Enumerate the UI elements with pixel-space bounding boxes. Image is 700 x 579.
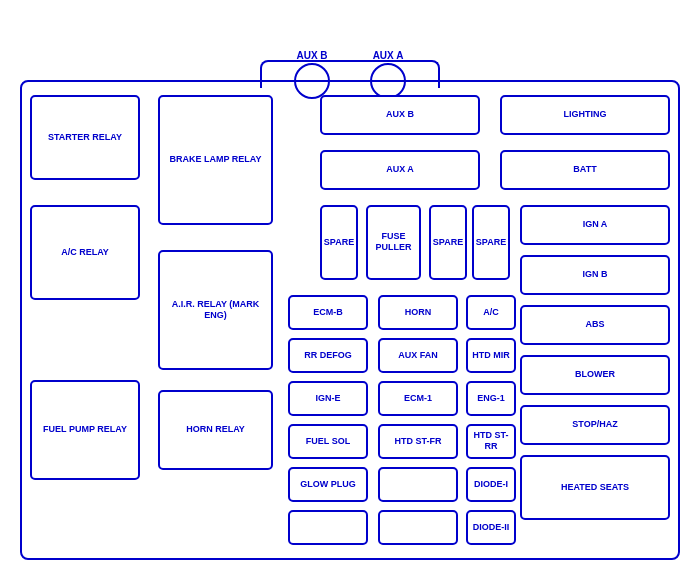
spare2-cell: SPARE xyxy=(429,205,467,280)
abs-cell: ABS xyxy=(520,305,670,345)
fuse-puller-cell: FUSE PULLER xyxy=(366,205,421,280)
diode-i-cell: DIODE-I xyxy=(466,467,516,502)
connector-aux-b-label: AUX B xyxy=(296,50,327,61)
spare1-cell: SPARE xyxy=(320,205,358,280)
diode-ii-cell: DIODE-II xyxy=(466,510,516,545)
eng-1-cell: ENG-1 xyxy=(466,381,516,416)
fuel-sol-cell: FUEL SOL xyxy=(288,424,368,459)
fuel-pump-relay-cell: FUEL PUMP RELAY xyxy=(30,380,140,480)
ign-b-cell: IGN B xyxy=(520,255,670,295)
empty2-cell xyxy=(288,510,368,545)
ign-e-cell: IGN-E xyxy=(288,381,368,416)
fuse-box-diagram: AUX B AUX A STARTER RELAY A/C RELAY FUEL… xyxy=(10,10,690,570)
glow-plug-cell: GLOW PLUG xyxy=(288,467,368,502)
air-relay-cell: A.I.R. RELAY (MARK ENG) xyxy=(158,250,273,370)
aux-b-cell: AUX B xyxy=(320,95,480,135)
htd-st-rr-cell: HTD ST-RR xyxy=(466,424,516,459)
spare3-cell: SPARE xyxy=(472,205,510,280)
ecm-b-cell: ECM-B xyxy=(288,295,368,330)
ecm-1-cell: ECM-1 xyxy=(378,381,458,416)
htd-st-fr-cell: HTD ST-FR xyxy=(378,424,458,459)
ign-a-cell: IGN A xyxy=(520,205,670,245)
starter-relay-cell: STARTER RELAY xyxy=(30,95,140,180)
stop-haz-cell: STOP/HAZ xyxy=(520,405,670,445)
horn-relay-cell: HORN RELAY xyxy=(158,390,273,470)
lighting-cell: LIGHTING xyxy=(500,95,670,135)
horn-cell: HORN xyxy=(378,295,458,330)
ac-relay-cell: A/C RELAY xyxy=(30,205,140,300)
connector-aux-a-label: AUX A xyxy=(373,50,404,61)
aux-a-cell: AUX A xyxy=(320,150,480,190)
aux-fan-cell: AUX FAN xyxy=(378,338,458,373)
rr-defog-cell: RR DEFOG xyxy=(288,338,368,373)
empty3-cell xyxy=(378,510,458,545)
htd-mir-cell: HTD MIR xyxy=(466,338,516,373)
ac-fuse-cell: A/C xyxy=(466,295,516,330)
batt-cell: BATT xyxy=(500,150,670,190)
empty1-cell xyxy=(378,467,458,502)
brake-lamp-relay-cell: BRAKE LAMP RELAY xyxy=(158,95,273,225)
heated-seats-cell: HEATED SEATS xyxy=(520,455,670,520)
blower-cell: BLOWER xyxy=(520,355,670,395)
